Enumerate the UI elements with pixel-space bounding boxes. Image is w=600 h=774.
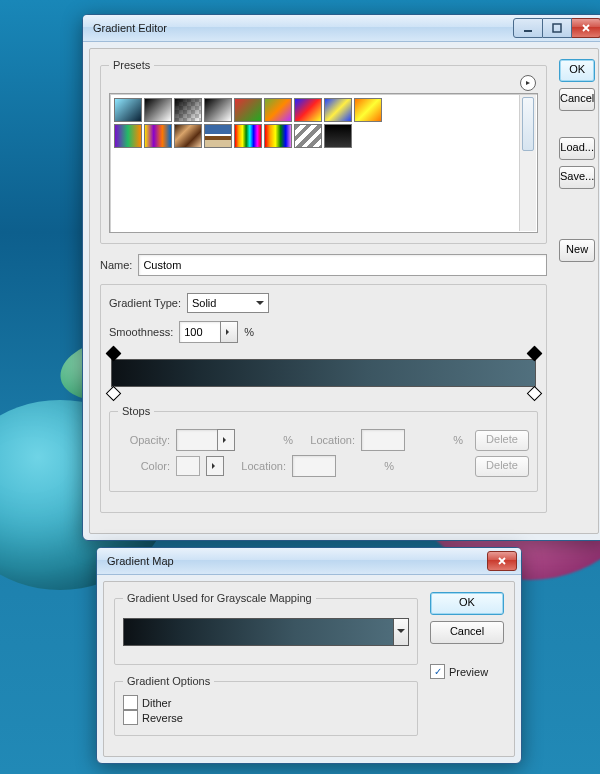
opacity-percent: % — [241, 434, 293, 446]
preview-label: Preview — [449, 666, 488, 678]
gradient-picker[interactable] — [123, 618, 409, 646]
close-button[interactable] — [572, 18, 600, 38]
percent-label: % — [244, 326, 254, 338]
stops-legend: Stops — [118, 405, 154, 417]
svg-rect-0 — [524, 30, 532, 32]
gradient-bar[interactable] — [111, 359, 536, 387]
preview-checkbox[interactable]: ✓ — [430, 664, 445, 679]
preview-checkbox-row[interactable]: ✓ Preview — [430, 664, 504, 679]
smoothness-step-button[interactable] — [220, 321, 238, 343]
color-location-percent: % — [342, 460, 394, 472]
reverse-checkbox[interactable] — [123, 710, 138, 725]
preset-yellow-violet-orange-blue[interactable] — [144, 124, 172, 148]
name-label: Name: — [100, 259, 132, 271]
presets-label: Presets — [113, 59, 150, 71]
save-button[interactable]: Save... — [559, 166, 595, 189]
name-row: Name: — [100, 254, 547, 276]
gradient-type-select[interactable]: Solid — [187, 293, 269, 313]
gradient-settings-group: Gradient Type: Solid Smoothness: % — [100, 284, 547, 513]
opacity-step-button — [217, 429, 235, 451]
presets-group: Presets — [100, 59, 547, 244]
preset-red-green[interactable] — [234, 98, 262, 122]
opacity-delete-button: Delete — [475, 430, 529, 451]
opacity-location-percent: % — [411, 434, 463, 446]
cancel-button[interactable]: Cancel — [430, 621, 504, 644]
preset-black-white-diagonal[interactable] — [204, 98, 232, 122]
mapping-legend: Gradient Used for Grayscale Mapping — [123, 592, 316, 604]
preset-violet-orange[interactable] — [264, 98, 292, 122]
maximize-button[interactable] — [543, 18, 572, 38]
preset-foreground-to-background[interactable] — [114, 98, 142, 122]
preset-black-white[interactable] — [144, 98, 172, 122]
svg-rect-1 — [553, 24, 561, 32]
presets-scrollbar[interactable] — [519, 95, 536, 231]
color-delete-button: Delete — [475, 456, 529, 477]
gradient-editor-window: Gradient Editor Presets — [82, 14, 600, 541]
color-stop-left[interactable] — [108, 388, 118, 398]
preset-foreground-to-transparent[interactable] — [174, 98, 202, 122]
presets-menu-button[interactable] — [520, 75, 536, 91]
cancel-button[interactable]: Cancel — [559, 88, 595, 111]
gradient-preview — [112, 360, 535, 386]
gradient-preview-fill — [124, 619, 408, 645]
titlebar[interactable]: Gradient Editor — [83, 15, 600, 42]
preset-blue-red-yellow[interactable] — [294, 98, 322, 122]
color-swatch — [176, 456, 200, 476]
color-label: Color: — [118, 460, 170, 472]
preset-chrome[interactable] — [204, 124, 232, 148]
ok-button[interactable]: OK — [430, 592, 504, 615]
opacity-location-label: Location: — [299, 434, 355, 446]
color-location-label: Location: — [230, 460, 286, 472]
opacity-stop-right[interactable] — [529, 348, 539, 358]
preset-orange-yellow-orange[interactable] — [354, 98, 382, 122]
gradient-map-window: Gradient Map Gradient Used for Grayscale… — [96, 547, 522, 764]
gradient-type-label: Gradient Type: — [109, 297, 181, 309]
scrollbar-thumb[interactable] — [522, 97, 534, 151]
titlebar[interactable]: Gradient Map — [97, 548, 521, 575]
reverse-label: Reverse — [142, 712, 183, 724]
ok-button[interactable]: OK — [559, 59, 595, 82]
mapping-group: Gradient Used for Grayscale Mapping — [114, 592, 418, 665]
opacity-label: Opacity: — [118, 434, 170, 446]
smoothness-input[interactable] — [179, 321, 220, 343]
opacity-stepper — [176, 429, 235, 451]
window-title: Gradient Map — [107, 555, 487, 567]
presets-list — [109, 93, 538, 233]
new-button[interactable]: New — [559, 239, 595, 262]
preset-transparent-stripes[interactable] — [294, 124, 322, 148]
preset-transparent-rainbow[interactable] — [264, 124, 292, 148]
reverse-checkbox-row[interactable]: Reverse — [123, 710, 409, 725]
minimize-button[interactable] — [513, 18, 543, 38]
opacity-input — [176, 429, 217, 451]
preset-blue-yellow-blue[interactable] — [324, 98, 352, 122]
close-button[interactable] — [487, 551, 517, 571]
preset-spectrum[interactable] — [234, 124, 262, 148]
smoothness-label: Smoothness: — [109, 326, 173, 338]
stops-group: Stops Opacity: % Location: % Delete — [109, 405, 538, 492]
dither-checkbox-row[interactable]: Dither — [123, 695, 409, 710]
name-input[interactable] — [138, 254, 547, 276]
gradient-options-legend: Gradient Options — [123, 675, 214, 687]
color-picker-button — [206, 456, 224, 476]
dither-label: Dither — [142, 697, 171, 709]
gradient-type-value: Solid — [192, 297, 216, 309]
smoothness-stepper[interactable] — [179, 321, 238, 343]
gradient-dropdown-button[interactable] — [393, 618, 409, 646]
preset-violet-green-orange[interactable] — [114, 124, 142, 148]
color-location-input — [292, 455, 336, 477]
dither-checkbox[interactable] — [123, 695, 138, 710]
preset-neutral-density[interactable] — [324, 124, 352, 148]
preset-copper[interactable] — [174, 124, 202, 148]
window-title: Gradient Editor — [93, 22, 513, 34]
opacity-stop-left[interactable] — [108, 348, 118, 358]
gradient-options-group: Gradient Options Dither Reverse — [114, 675, 418, 736]
color-stop-right[interactable] — [529, 388, 539, 398]
opacity-location-input — [361, 429, 405, 451]
load-button[interactable]: Load... — [559, 137, 595, 160]
